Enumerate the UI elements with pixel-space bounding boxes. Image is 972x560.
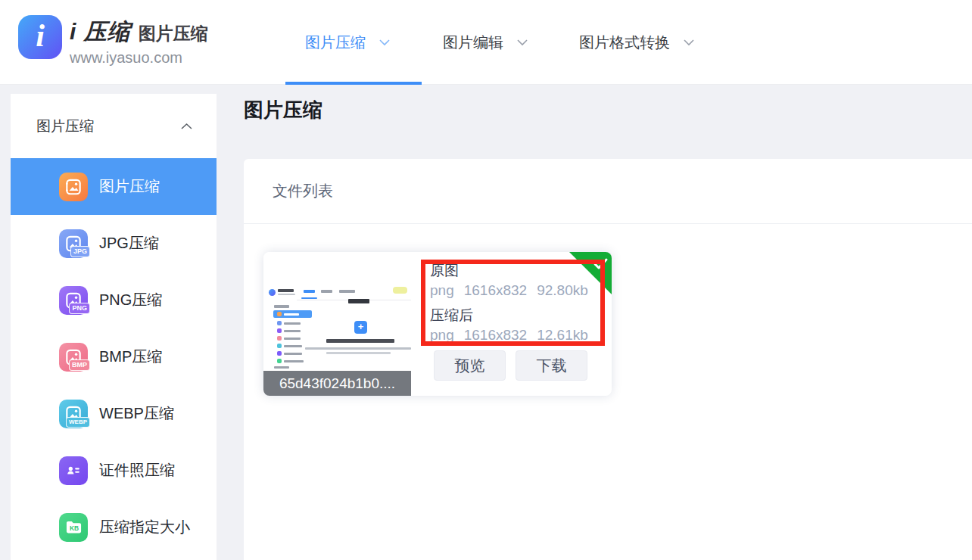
original-info: png 1616x832 92.80kb [430, 281, 588, 300]
thumb-detail [326, 352, 391, 354]
brand-name: i 压缩 [70, 17, 131, 48]
thumb-detail [339, 290, 355, 293]
thumb-detail [277, 328, 282, 333]
sidebar-item-label: PNG压缩 [99, 290, 162, 310]
sidebar-item-label: BMP压缩 [99, 347, 162, 367]
sidebar-item-label: 压缩指定大小 [99, 517, 190, 537]
sidebar-item-label: WEBP压缩 [99, 403, 174, 424]
compressed-size: 12.61kb [537, 325, 588, 345]
thumb-detail [348, 299, 369, 303]
file-list-title: 文件列表 [273, 181, 333, 201]
logo-letter: i [36, 20, 45, 54]
thumb-detail [305, 347, 411, 350]
file-name: 65d43f024b1b0.... [263, 371, 411, 396]
jpg-badge: JPG [70, 246, 90, 257]
sidebar-group-header[interactable]: 图片压缩 [11, 94, 217, 158]
thumb-detail [274, 305, 289, 308]
sidebar: 图片压缩 图片压缩 JPG JPG压缩 [11, 94, 217, 560]
original-format: png [430, 281, 454, 300]
sidebar-item-webp-compress[interactable]: WEBP WEBP压缩 [11, 385, 217, 442]
file-info: 原图 png 1616x832 92.80kb 压缩后 png 1616x832… [430, 261, 588, 345]
thumb-detail [277, 351, 282, 356]
file-thumbnail[interactable]: + 65d43f024b1b0.... [263, 252, 411, 396]
compressed-info: png 1616x832 12.61kb [430, 325, 588, 345]
thumb-plus-icon: + [354, 321, 367, 334]
logo-icon: i [18, 15, 62, 59]
sidebar-item-image-compress[interactable]: 图片压缩 [11, 158, 217, 215]
thumb-detail [269, 289, 276, 296]
brand-product: 图片压缩 [139, 22, 208, 45]
compressed-dimensions: 1616x832 [464, 325, 527, 345]
id-photo-icon [59, 456, 88, 485]
thumb-detail [278, 294, 295, 295]
brand-url: www.iyasuo.com [70, 49, 208, 67]
thumb-detail [277, 321, 282, 325]
sidebar-item-label: 图片压缩 [99, 176, 160, 197]
brand-text: i 压缩 图片压缩 www.iyasuo.com [70, 15, 208, 67]
png-compress-icon: PNG [59, 286, 88, 315]
thumb-detail [321, 290, 332, 293]
thumb-detail [284, 313, 299, 316]
file-list-panel: 文件列表 [244, 159, 972, 560]
nav-tab-format-convert[interactable]: 图片格式转换 [579, 0, 694, 85]
compressed-label: 压缩后 [430, 306, 588, 325]
thumb-detail [284, 338, 301, 340]
webp-badge: WEBP [66, 417, 90, 428]
thumb-detail [274, 366, 289, 369]
thumb-detail [277, 336, 282, 341]
kb-size-icon: KB [59, 513, 88, 542]
original-dimensions: 1616x832 [464, 281, 527, 300]
sidebar-item-label: 证件照压缩 [99, 460, 175, 481]
active-tab-underline [285, 82, 422, 85]
sidebar-item-idphoto-compress[interactable]: 证件照压缩 [11, 442, 217, 499]
preview-button[interactable]: 预览 [434, 350, 506, 381]
thumb-detail [277, 344, 282, 348]
brand-logo[interactable]: i i 压缩 图片压缩 www.iyasuo.com [18, 15, 208, 67]
thumb-detail [277, 359, 282, 363]
sidebar-item-png-compress[interactable]: PNG PNG压缩 [11, 272, 217, 328]
thumb-detail [326, 339, 394, 343]
nav-tab-label: 图片格式转换 [579, 33, 670, 53]
kb-badge: KB [69, 524, 78, 532]
thumb-detail [277, 312, 282, 316]
app-header: i i 压缩 图片压缩 www.iyasuo.com 图片压缩 图片编辑 图片格… [0, 0, 972, 85]
thumb-detail [284, 330, 301, 332]
sidebar-item-label: JPG压缩 [99, 233, 159, 254]
thumb-detail [284, 345, 302, 347]
nav-tab-label: 图片编辑 [443, 33, 503, 53]
nav-tab-image-edit[interactable]: 图片编辑 [443, 0, 528, 85]
page-title: 图片压缩 [244, 97, 322, 123]
thumb-detail [284, 353, 302, 355]
chevron-down-icon [517, 39, 528, 46]
check-icon [592, 257, 609, 271]
panel-header: 文件列表 [244, 159, 972, 224]
thumb-detail [278, 289, 294, 292]
chevron-down-icon [379, 39, 390, 46]
original-label: 原图 [430, 261, 588, 281]
sidebar-group-label: 图片压缩 [36, 117, 94, 136]
thumb-detail [301, 297, 317, 299]
download-button[interactable]: 下载 [516, 350, 587, 381]
sidebar-item-bmp-compress[interactable]: BMP BMP压缩 [11, 328, 217, 385]
thumb-detail [393, 287, 407, 294]
sidebar-item-target-size[interactable]: KB 压缩指定大小 [11, 499, 217, 555]
thumb-detail [304, 290, 315, 293]
image-compress-icon [59, 173, 88, 201]
bmp-badge: BMP [69, 359, 90, 371]
sidebar-item-jpg-compress[interactable]: JPG JPG压缩 [11, 215, 217, 272]
original-size: 92.80kb [537, 281, 588, 300]
nav-tab-label: 图片压缩 [305, 33, 366, 53]
webp-compress-icon: WEBP [59, 400, 88, 428]
file-card: + 65d43f024b1b0.... 原图 png 1616x832 92.8… [263, 252, 612, 396]
bmp-compress-icon: BMP [59, 343, 88, 372]
jpg-compress-icon: JPG [59, 229, 88, 258]
png-badge: PNG [69, 303, 90, 314]
nav-tab-image-compress[interactable]: 图片压缩 [305, 0, 390, 85]
compressed-format: png [430, 325, 454, 345]
thumb-detail [284, 322, 301, 325]
chevron-up-icon [181, 123, 192, 130]
chevron-down-icon [684, 39, 694, 46]
thumb-detail [284, 360, 304, 362]
